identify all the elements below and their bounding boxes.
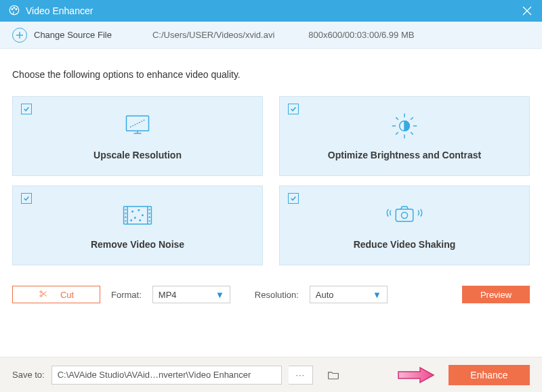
svg-point-26 [125,217,126,217]
svg-point-3 [16,8,17,9]
film-icon [120,201,155,230]
format-select[interactable]: MP4 ▼ [152,286,230,303]
svg-point-27 [125,221,126,221]
tile-label: Upscale Resolution [93,150,182,160]
format-value: MP4 [159,290,177,300]
svg-point-32 [132,211,133,212]
source-path: C:/Users/USER/Videos/xvid.avi [152,30,274,40]
footer-bar: Save to: C:\AVAide Studio\AVAid…nverter\… [0,357,542,392]
svg-point-40 [40,290,42,292]
svg-point-35 [135,217,136,218]
tile-upscale-resolution[interactable]: Upscale Resolution [12,96,263,176]
tile-optimize-brightness[interactable]: Optimize Brightness and Contrast [279,96,530,176]
camera-shake-icon [385,201,423,230]
svg-line-19 [396,132,398,135]
svg-line-20 [411,117,413,120]
checkbox-noise[interactable] [21,193,32,204]
save-path-field[interactable]: C:\AVAide Studio\AVAid…nverter\Video Enh… [51,366,282,385]
svg-point-39 [401,212,407,218]
resolution-label: Resolution: [255,290,299,300]
resolution-value: Auto [316,290,334,300]
window-title: Video Enhancer [26,5,93,16]
close-button[interactable] [520,4,534,18]
svg-line-17 [396,117,398,120]
instruction-text: Choose the following options to enhance … [12,69,530,80]
svg-point-25 [125,213,126,214]
options-grid: Upscale Resolution Optimize Brightness a… [12,96,530,265]
content-area: Choose the following options to enhance … [0,49,542,314]
chevron-down-icon: ▼ [373,290,381,300]
svg-point-34 [142,215,143,215]
svg-point-30 [149,217,150,217]
cut-label: Cut [60,290,74,300]
checkbox-upscale[interactable] [21,104,32,114]
svg-point-41 [40,295,42,297]
source-bar: Change Source File C:/Users/USER/Videos/… [0,22,542,49]
sun-icon [390,112,419,140]
svg-line-18 [411,132,413,135]
tile-remove-noise[interactable]: Remove Video Noise [12,186,263,265]
svg-point-31 [149,221,150,221]
checkbox-shaking[interactable] [288,193,299,204]
chevron-down-icon: ▼ [215,290,224,300]
svg-point-2 [14,7,15,8]
svg-point-24 [125,209,126,210]
preview-button[interactable]: Preview [462,286,530,303]
enhance-button[interactable]: Enhance [449,365,530,385]
plus-icon[interactable] [12,28,27,43]
source-meta: 800x600/00:03:00/6.99 MB [308,30,414,40]
tile-label: Reduce Video Shaking [354,239,456,250]
open-folder-button[interactable] [324,366,343,385]
svg-point-37 [131,220,131,221]
palette-icon [8,4,20,18]
svg-rect-38 [396,209,413,221]
tile-reduce-shaking[interactable]: Reduce Video Shaking [279,186,530,265]
svg-marker-44 [398,368,434,383]
svg-line-9 [130,120,145,127]
save-to-label: Save to: [12,370,45,380]
titlebar: Video Enhancer [0,0,542,22]
monitor-icon [123,112,152,140]
browse-button[interactable]: ··· [289,366,313,385]
arrow-annotation [350,365,442,385]
resolution-select[interactable]: Auto ▼ [310,286,388,303]
svg-point-29 [149,213,150,214]
tile-label: Optimize Brightness and Contrast [328,150,481,160]
format-label: Format: [111,290,142,300]
svg-point-36 [140,220,140,221]
scissors-icon [39,289,48,301]
change-source-button[interactable]: Change Source File [34,30,112,40]
svg-point-1 [12,8,13,9]
cut-button[interactable]: Cut [12,286,100,303]
controls-row: Cut Format: MP4 ▼ Resolution: Auto ▼ Pre… [12,286,530,303]
svg-point-28 [149,209,150,210]
svg-point-33 [138,210,139,211]
checkbox-brightness[interactable] [288,104,299,114]
titlebar-left: Video Enhancer [8,4,93,18]
tile-label: Remove Video Noise [91,239,184,250]
